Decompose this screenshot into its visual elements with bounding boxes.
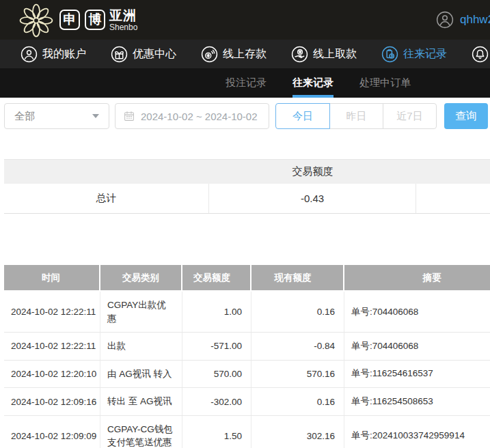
user-icon [21, 46, 38, 63]
brand-flower-icon [18, 2, 55, 39]
brand-text: 亚洲 Shenbo [109, 9, 137, 31]
quick-date-buttons: 今日 昨日 近7日 [275, 103, 437, 129]
cell-time: 2024-10-02 12:09:09 [4, 416, 100, 448]
cell-summary: 单号:202410033742959914 [344, 416, 490, 448]
nav-label: 线上取款 [313, 47, 357, 61]
tab-label: 投注记录 [226, 76, 267, 89]
summary-total-value: -0.43 [209, 184, 416, 213]
summary-header-amount: 交易额度 [209, 165, 416, 178]
last7days-button[interactable]: 近7日 [383, 103, 437, 129]
brand-char-box: 申 [59, 10, 80, 30]
top-header: 申 博 亚洲 Shenbo qhhw2 [0, 0, 490, 40]
nav-item-transaction-records[interactable]: 往来记录 [381, 46, 447, 63]
col-header-type: 交易类别 [100, 265, 182, 290]
col-header-summary: 摘要 [344, 265, 490, 290]
table-row: 2024-10-02 12:22:11 CGPAY出款优惠 1.00 0.16 … [4, 292, 490, 333]
summary-total-row: 总计 -0.43 [4, 184, 490, 214]
main-nav: 我的账户 优惠中心 线上存款 线上取款 往来记录 信息 [0, 40, 490, 68]
query-button[interactable]: 查询 [444, 103, 488, 129]
cell-time: 2024-10-02 12:09:16 [4, 388, 100, 415]
col-header-amount: 交易额度 [182, 265, 251, 290]
table-row: 2024-10-02 12:09:09 CGPAY-CG钱包支付笔笔送优惠 1.… [4, 416, 490, 448]
cell-type: CGPAY出款优惠 [100, 292, 182, 332]
user-account[interactable]: qhhw2 [436, 0, 490, 40]
user-avatar-icon [436, 11, 454, 29]
brand-region: 亚洲 [109, 9, 137, 22]
nav-item-messages[interactable]: 信息 [472, 46, 490, 63]
cell-type: 由 AG视讯 转入 [100, 361, 182, 388]
table-header-row: 时间 交易类别 交易额度 现有额度 摘要 [4, 265, 490, 290]
chevron-down-icon [92, 114, 99, 118]
nav-item-my-account[interactable]: 我的账户 [21, 46, 86, 63]
col-header-balance: 现有额度 [251, 265, 344, 290]
records-icon [381, 46, 398, 63]
tab-pending-orders[interactable]: 处理中订单 [359, 68, 411, 98]
active-tab-underline [292, 95, 334, 98]
username[interactable]: qhhw2 [460, 13, 490, 27]
nav-label: 线上存款 [223, 47, 267, 61]
nav-item-promotions[interactable]: 优惠中心 [111, 46, 176, 63]
yesterday-button[interactable]: 昨日 [329, 103, 383, 129]
nav-label: 优惠中心 [133, 47, 176, 61]
cell-balance: 0.16 [251, 292, 344, 332]
table-row: 2024-10-02 12:20:10 由 AG视讯 转入 570.00 570… [4, 361, 490, 389]
cell-balance: 302.16 [251, 416, 344, 448]
gift-icon [111, 46, 128, 63]
nav-item-online-deposit[interactable]: 线上存款 [201, 46, 267, 63]
record-tabs: 投注记录 往来记录 处理中订单 [0, 68, 490, 98]
tab-transaction-records[interactable]: 往来记录 [292, 68, 334, 98]
cell-balance: -0.84 [251, 333, 344, 360]
tab-label: 往来记录 [292, 76, 334, 89]
summary-header-row: 交易额度 [4, 159, 490, 184]
cell-amount: -571.00 [182, 333, 251, 360]
nav-item-online-withdraw[interactable]: 线上取款 [291, 46, 357, 63]
summary-empty-cell [416, 184, 490, 213]
calendar-icon [123, 110, 135, 122]
brand-subtitle: Shenbo [109, 23, 137, 31]
cell-time: 2024-10-02 12:22:11 [4, 333, 100, 360]
cell-summary: 单号:704406068 [344, 333, 490, 360]
cell-type: 出款 [100, 333, 182, 360]
cell-amount: 1.00 [182, 292, 251, 332]
col-header-time: 时间 [4, 265, 100, 290]
cell-type: 转出 至 AG视讯 [100, 388, 182, 415]
brand-char-box: 博 [85, 10, 105, 30]
transactions-table: 时间 交易类别 交易额度 现有额度 摘要 2024-10-02 12:22:11… [4, 265, 490, 448]
summary-total-label: 总计 [4, 184, 209, 213]
tab-bet-records[interactable]: 投注记录 [226, 68, 267, 98]
type-select-value: 全部 [14, 110, 35, 123]
cell-amount: 1.50 [182, 416, 251, 448]
cell-summary: 单号:704406068 [344, 292, 490, 332]
cell-summary: 单号:116254616537 [344, 361, 490, 388]
tab-label: 处理中订单 [359, 76, 411, 89]
date-range-input[interactable]: 2024-10-02 ~ 2024-10-02 [115, 103, 269, 129]
cell-amount: -302.00 [182, 388, 251, 415]
cell-amount: 570.00 [182, 361, 251, 388]
cell-summary: 单号:116254508653 [344, 388, 490, 415]
table-row: 2024-10-02 12:22:11 出款 -571.00 -0.84 单号:… [4, 333, 490, 361]
cell-balance: 570.16 [251, 361, 344, 388]
summary-table: 交易额度 总计 -0.43 [4, 159, 490, 214]
nav-label: 我的账户 [42, 47, 86, 61]
deposit-icon [201, 46, 218, 63]
withdraw-icon [291, 46, 308, 63]
type-select[interactable]: 全部 [4, 103, 109, 129]
cell-balance: 0.16 [251, 388, 344, 415]
cell-type: CGPAY-CG钱包支付笔笔送优惠 [100, 416, 182, 448]
date-range-value: 2024-10-02 ~ 2024-10-02 [141, 111, 258, 122]
bell-icon [472, 46, 489, 63]
today-button[interactable]: 今日 [275, 103, 330, 129]
cell-time: 2024-10-02 12:22:11 [4, 292, 100, 332]
filter-bar: 全部 2024-10-02 ~ 2024-10-02 今日 昨日 近7日 查询 [4, 102, 490, 130]
cell-time: 2024-10-02 12:20:10 [4, 361, 100, 388]
table-row: 2024-10-02 12:09:16 转出 至 AG视讯 -302.00 0.… [4, 388, 490, 416]
nav-label: 往来记录 [403, 47, 447, 61]
